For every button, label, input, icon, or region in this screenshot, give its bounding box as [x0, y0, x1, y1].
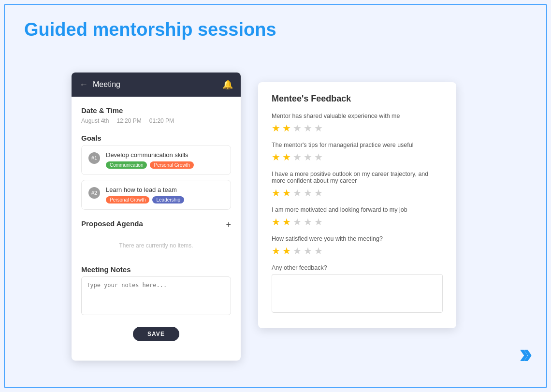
- goal-text-1: Develop communication skills: [106, 151, 194, 159]
- nav-chevron-right[interactable]: › ›: [515, 339, 527, 368]
- goal-content-2: Learn how to lead a team Personal Growth…: [106, 186, 184, 203]
- star-1-5[interactable]: ★: [314, 122, 323, 134]
- goals-section-title: Goals: [81, 134, 231, 142]
- agenda-header: Proposed Agenda +: [81, 219, 231, 231]
- add-agenda-item-button[interactable]: +: [226, 220, 231, 230]
- goal-number-1: #1: [88, 152, 100, 164]
- stars-1: ★ ★ ★ ★ ★: [272, 122, 443, 134]
- feedback-question-5: How satisfied were you with the meeting?: [272, 235, 443, 242]
- mobile-content: Date & Time August 4th 12:20 PM 01:20 PM…: [72, 97, 241, 361]
- mobile-app-panel: ← Meeting 🔔 Date & Time August 4th 12:20…: [72, 73, 241, 361]
- star-1-3[interactable]: ★: [293, 122, 302, 134]
- star-2-4[interactable]: ★: [304, 151, 312, 163]
- tag-communication: Communication: [106, 161, 147, 169]
- mobile-header-title: Meeting: [93, 80, 120, 89]
- star-4-3[interactable]: ★: [293, 216, 302, 228]
- star-3-2[interactable]: ★: [282, 187, 291, 199]
- goal-tags-2: Personal Growth Leadership: [106, 196, 184, 203]
- star-3-5[interactable]: ★: [314, 187, 323, 199]
- stars-5: ★ ★ ★ ★ ★: [272, 245, 443, 257]
- feedback-question-4: I am more motivated and looking forward …: [272, 206, 443, 213]
- mobile-header: ← Meeting 🔔: [72, 73, 241, 97]
- agenda-section-title: Proposed Agenda: [81, 219, 143, 228]
- notes-section: Meeting Notes: [81, 265, 231, 317]
- meeting-date: August 4th: [81, 117, 109, 124]
- stars-2: ★ ★ ★ ★ ★: [272, 151, 443, 163]
- notes-section-title: Meeting Notes: [81, 265, 231, 274]
- mobile-header-left: ← Meeting: [79, 80, 120, 90]
- star-3-1[interactable]: ★: [272, 187, 280, 199]
- goal-number-2: #2: [88, 187, 100, 199]
- agenda-section: Proposed Agenda + There are currently no…: [81, 219, 231, 256]
- star-5-3[interactable]: ★: [293, 245, 302, 257]
- feedback-item-5: How satisfied were you with the meeting?…: [272, 235, 443, 257]
- feedback-question-2: The mentor's tips for managerial practic…: [272, 142, 443, 148]
- chevron-icon-2: ›: [523, 339, 527, 368]
- stars-3: ★ ★ ★ ★ ★: [272, 187, 443, 199]
- other-feedback-wrapper: Any other feedback?: [272, 264, 443, 315]
- back-arrow-icon[interactable]: ←: [79, 80, 88, 90]
- star-2-3[interactable]: ★: [293, 151, 302, 163]
- star-5-2[interactable]: ★: [282, 245, 291, 257]
- chevron-icon-1: ›: [519, 339, 523, 368]
- save-button-wrapper: SAVE: [81, 327, 231, 351]
- notes-input[interactable]: [81, 276, 231, 315]
- feedback-question-3: I have a more positive outlook on my car…: [272, 171, 443, 184]
- feedback-panel: Mentee's Feedback Mentor has shared valu…: [258, 82, 456, 328]
- goal-content-1: Develop communication skills Communicati…: [106, 151, 194, 169]
- star-5-5[interactable]: ★: [314, 245, 323, 257]
- meeting-time-start: 12:20 PM: [116, 117, 141, 124]
- star-1-2[interactable]: ★: [282, 122, 291, 134]
- tag-personal-growth-1: Personal Growth: [150, 161, 193, 169]
- meeting-time-end: 01:20 PM: [149, 117, 174, 124]
- feedback-question-1: Mentor has shared valuable experience wi…: [272, 113, 443, 119]
- datetime-section-title: Date & Time: [81, 106, 231, 115]
- feedback-item-4: I am more motivated and looking forward …: [272, 206, 443, 228]
- star-2-5[interactable]: ★: [314, 151, 323, 163]
- star-3-3[interactable]: ★: [293, 187, 302, 199]
- star-5-4[interactable]: ★: [304, 245, 312, 257]
- save-button[interactable]: SAVE: [133, 327, 179, 341]
- star-2-1[interactable]: ★: [272, 151, 280, 163]
- feedback-item-3: I have a more positive outlook on my car…: [272, 171, 443, 199]
- star-2-2[interactable]: ★: [282, 151, 291, 163]
- feedback-item-2: The mentor's tips for managerial practic…: [272, 142, 443, 163]
- bell-icon[interactable]: 🔔: [222, 79, 233, 90]
- datetime-row: August 4th 12:20 PM 01:20 PM: [81, 117, 231, 124]
- star-4-1[interactable]: ★: [272, 216, 280, 228]
- goals-section: Goals #1 Develop communication skills Co…: [81, 134, 231, 210]
- star-4-4[interactable]: ★: [304, 216, 312, 228]
- other-feedback-label: Any other feedback?: [272, 264, 443, 271]
- feedback-title: Mentee's Feedback: [272, 94, 443, 104]
- star-1-4[interactable]: ★: [304, 122, 312, 134]
- star-3-4[interactable]: ★: [304, 187, 312, 199]
- page-title: Guided mentorship sessions: [24, 19, 276, 40]
- other-feedback-input[interactable]: [272, 274, 443, 313]
- goal-text-2: Learn how to lead a team: [106, 186, 184, 193]
- star-4-5[interactable]: ★: [314, 216, 323, 228]
- feedback-item-1: Mentor has shared valuable experience wi…: [272, 113, 443, 134]
- agenda-empty-text: There are currently no items.: [81, 237, 231, 256]
- star-1-1[interactable]: ★: [272, 122, 280, 134]
- goal-item-1: #1 Develop communication skills Communic…: [81, 145, 231, 175]
- tag-leadership: Leadership: [152, 196, 184, 203]
- star-5-1[interactable]: ★: [272, 245, 280, 257]
- goal-tags-1: Communication Personal Growth: [106, 161, 194, 169]
- tag-personal-growth-2: Personal Growth: [106, 196, 149, 203]
- stars-4: ★ ★ ★ ★ ★: [272, 216, 443, 228]
- star-4-2[interactable]: ★: [282, 216, 291, 228]
- goal-item-2: #2 Learn how to lead a team Personal Gro…: [81, 180, 231, 210]
